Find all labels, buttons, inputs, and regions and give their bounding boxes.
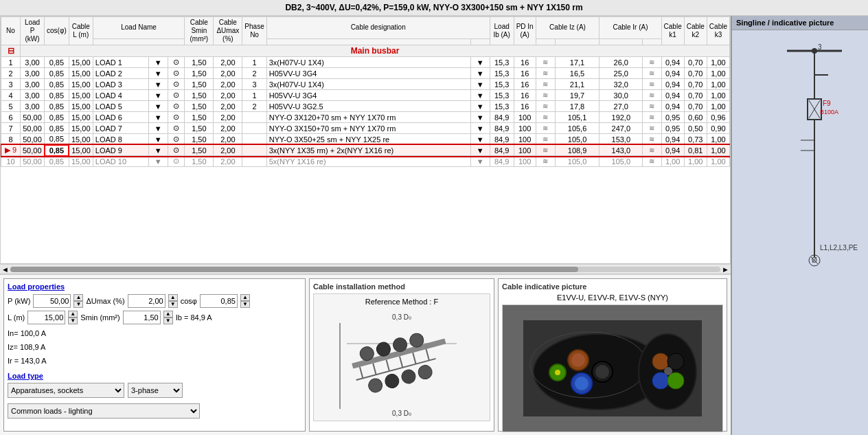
- table-row[interactable]: 2 3,00 0,85 15,00 LOAD 2 ▼ ⊙ 1,50 2,00 2…: [1, 68, 730, 79]
- row-edit[interactable]: ⊙: [168, 112, 185, 123]
- row-ir-icon: ≋: [643, 134, 661, 145]
- row-edit[interactable]: ⊙: [168, 156, 185, 167]
- table-row[interactable]: 1 3,00 0,85 15,00 LOAD 1 ▼ ⊙ 1,50 2,00 1…: [1, 57, 730, 68]
- row-k2: 0,70: [684, 79, 707, 90]
- row-phase: [242, 123, 266, 134]
- table-row[interactable]: 8 50,00 0,85 15,00 LOAD 8 ▼ ⊙ 1,50 2,00 …: [1, 134, 730, 145]
- cos-up[interactable]: ▲: [240, 294, 250, 301]
- row-desig-arrow[interactable]: ▼: [470, 112, 490, 123]
- row-arrow[interactable]: ▼: [148, 79, 168, 90]
- phase-dropdown[interactable]: 3-phase 1-phase: [128, 383, 183, 398]
- l-label: L (m): [8, 313, 25, 322]
- col-header-ir-val: [599, 38, 643, 45]
- row-edit[interactable]: ⊙: [168, 145, 185, 156]
- load-type-dropdown[interactable]: Apparatuses, sockets Lighting Motors Oth…: [8, 383, 124, 398]
- p-down[interactable]: ▼: [73, 301, 83, 308]
- row-edit[interactable]: ⊙: [168, 123, 185, 134]
- row-arrow[interactable]: ▼: [148, 90, 168, 101]
- delta-u-down[interactable]: ▼: [168, 301, 178, 308]
- delta-u-input[interactable]: [128, 294, 165, 308]
- row-arrow[interactable]: ▼: [148, 101, 168, 112]
- row-load-p: 50,00: [21, 123, 45, 134]
- row-edit[interactable]: ⊙: [168, 68, 185, 79]
- table-row[interactable]: 4 3,00 0,85 15,00 LOAD 4 ▼ ⊙ 1,50 2,00 1…: [1, 90, 730, 101]
- table-row[interactable]: 3 3,00 0,85 15,00 LOAD 3 ▼ ⊙ 1,50 2,00 3…: [1, 79, 730, 90]
- row-iz-icon: ≋: [536, 112, 555, 123]
- row-edit[interactable]: ⊙: [168, 134, 185, 145]
- svg-point-14: [367, 377, 383, 394]
- row-arrow[interactable]: ▼: [148, 68, 168, 79]
- svg-line-10: [400, 356, 402, 367]
- row-desig-arrow[interactable]: ▼: [470, 101, 490, 112]
- row-arrow[interactable]: ▼: [148, 134, 168, 145]
- row-umax: 2,00: [214, 57, 242, 68]
- row-cos: 0,85: [45, 112, 69, 123]
- smin-up[interactable]: ▲: [163, 311, 173, 317]
- table-row-selected[interactable]: ▶ 9 50,00 0,85 15,00 LOAD 9 ▼ ⊙ 1,50 2,0…: [1, 145, 730, 156]
- row-desig-arrow[interactable]: ▼: [470, 79, 490, 90]
- row-arrow[interactable]: ▼: [148, 112, 168, 123]
- delta-u-spinner[interactable]: ▲ ▼: [168, 294, 178, 308]
- row-load-name: LOAD 4: [93, 90, 148, 101]
- row-desig-arrow[interactable]: ▼: [470, 145, 490, 156]
- row-iz: 16,5: [555, 68, 599, 79]
- row-desig-arrow[interactable]: ▼: [470, 123, 490, 134]
- row-k3: 1,00: [707, 90, 729, 101]
- row-arrow[interactable]: ▼: [148, 156, 168, 167]
- row-k1: 0,94: [661, 79, 684, 90]
- row-desig-arrow[interactable]: ▼: [470, 90, 490, 101]
- cos-input[interactable]: [200, 294, 238, 308]
- scroll-left-icon[interactable]: ◄: [1, 265, 9, 274]
- row-cos-selected[interactable]: 0,85: [45, 145, 69, 156]
- p-input[interactable]: [33, 294, 71, 308]
- delta-u-up[interactable]: ▲: [168, 294, 178, 301]
- row-arrow[interactable]: ▼: [148, 57, 168, 68]
- table-row[interactable]: 5 3,00 0,85 15,00 LOAD 5 ▼ ⊙ 1,50 2,00 2…: [1, 101, 730, 112]
- l-down[interactable]: ▼: [68, 317, 78, 324]
- row-desig-arrow[interactable]: ▼: [470, 57, 490, 68]
- row-arrow[interactable]: ▼: [148, 145, 168, 156]
- cos-down[interactable]: ▼: [240, 301, 250, 308]
- p-up[interactable]: ▲: [73, 294, 83, 301]
- smin-input[interactable]: [123, 311, 161, 324]
- scroll-right-icon[interactable]: ►: [722, 265, 729, 274]
- table-row[interactable]: 6 50,00 0,85 15,00 LOAD 6 ▼ ⊙ 1,50 2,00 …: [1, 112, 730, 123]
- row-ir-icon: ≋: [643, 123, 661, 134]
- l-spinner[interactable]: ▲ ▼: [68, 311, 78, 324]
- busbar-expand[interactable]: ⊟: [1, 45, 21, 57]
- row-ir: 32,0: [599, 79, 643, 90]
- svg-point-25: [571, 353, 585, 367]
- row-desig-arrow[interactable]: ▼: [470, 156, 490, 167]
- row-desig-arrow[interactable]: ▼: [470, 134, 490, 145]
- l-up[interactable]: ▲: [68, 311, 78, 317]
- svg-point-33: [652, 353, 669, 370]
- row-desig-arrow[interactable]: ▼: [470, 68, 490, 79]
- singline-diagram: 3 F9 B100A: [732, 30, 868, 435]
- smin-spinner[interactable]: ▲ ▼: [163, 311, 173, 324]
- table-row[interactable]: 10 50,00 0,85 15,00 LOAD 10 ▼ ⊙ 1,50 2,0…: [1, 156, 730, 167]
- ref-method-label: Reference Method : F: [317, 298, 486, 306]
- row-edit[interactable]: ⊙: [168, 90, 185, 101]
- row-load-p: 50,00: [21, 134, 45, 145]
- horizontal-scrollbar[interactable]: ◄ ►: [0, 264, 731, 274]
- row-cos: 0,85: [45, 90, 69, 101]
- row-in: 100: [514, 156, 536, 167]
- left-panel: No Load P (kW) cos(φ) Cable L (m) Load N…: [0, 16, 731, 435]
- p-spinner[interactable]: ▲ ▼: [73, 294, 83, 308]
- row-edit[interactable]: ⊙: [168, 57, 185, 68]
- row-edit[interactable]: ⊙: [168, 101, 185, 112]
- svg-line-7: [360, 367, 363, 378]
- row-iz: 21,1: [555, 79, 599, 90]
- row-ir: 143,0: [599, 145, 643, 156]
- row-arrow[interactable]: ▼: [148, 123, 168, 134]
- col-header-phase: Phase No: [242, 17, 266, 45]
- svg-text:0,3 D₀: 0,3 D₀: [392, 313, 411, 321]
- row-k2: 0,70: [684, 90, 707, 101]
- l-input[interactable]: [27, 311, 65, 324]
- table-row[interactable]: 7 50,00 0,85 15,00 LOAD 7 ▼ ⊙ 1,50 2,00 …: [1, 123, 730, 134]
- row-k2: 1,00: [684, 156, 707, 167]
- smin-down[interactable]: ▼: [163, 317, 173, 324]
- row-edit[interactable]: ⊙: [168, 79, 185, 90]
- common-loads-dropdown[interactable]: Common loads - lighting Common loads - s…: [8, 403, 200, 419]
- cos-spinner[interactable]: ▲ ▼: [240, 294, 250, 308]
